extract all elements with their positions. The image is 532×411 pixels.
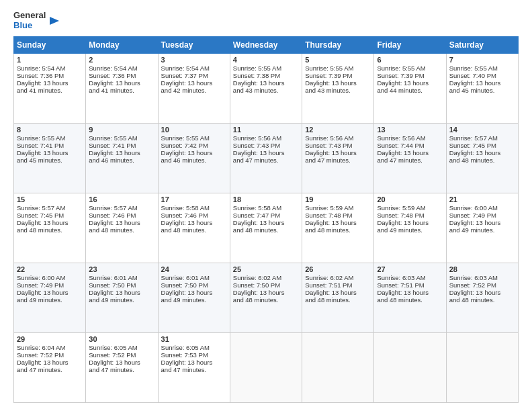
day-25: 25Sunrise: 6:02 AMSunset: 7:50 PMDayligh…: [230, 263, 302, 332]
header-monday: Monday: [86, 36, 158, 53]
day-number: 4: [233, 56, 299, 64]
day-22: 22Sunrise: 6:00 AMSunset: 7:49 PMDayligh…: [14, 263, 86, 332]
sunset-label: Sunset: 7:46 PM: [161, 212, 208, 219]
sunset-label: Sunset: 7:51 PM: [377, 281, 424, 289]
day-number: 10: [161, 126, 227, 134]
svg-marker-0: [50, 17, 59, 25]
sunset-label: Sunset: 7:45 PM: [449, 142, 496, 149]
sunrise-label: Sunrise: 5:55 AM: [305, 64, 353, 72]
day-30: 30Sunrise: 6:05 AMSunset: 7:52 PMDayligh…: [86, 332, 158, 402]
daylight-label: Daylight: 13 hoursand 48 minutes.: [305, 289, 357, 304]
sunrise-label: Sunrise: 5:57 AM: [89, 204, 137, 212]
day-number: 16: [89, 195, 154, 203]
daylight-label: Daylight: 13 hoursand 44 minutes.: [377, 79, 429, 94]
sunrise-label: Sunrise: 5:58 AM: [161, 204, 210, 212]
sunrise-label: Sunrise: 5:57 AM: [449, 134, 498, 142]
day-31: 31Sunrise: 6:05 AMSunset: 7:53 PMDayligh…: [158, 332, 230, 402]
daylight-label: Daylight: 13 hoursand 48 minutes.: [233, 219, 285, 234]
day-number: 13: [377, 126, 443, 134]
sunrise-label: Sunrise: 6:01 AM: [89, 274, 137, 281]
daylight-label: Daylight: 13 hoursand 47 minutes.: [233, 149, 285, 164]
day-number: 3: [161, 56, 227, 64]
day-number: 30: [89, 335, 154, 343]
calendar-header-row: SundayMondayTuesdayWednesdayThursdayFrid…: [14, 36, 519, 53]
sunrise-label: Sunrise: 5:56 AM: [305, 134, 353, 142]
header-saturday: Saturday: [446, 36, 518, 53]
day-number: 8: [17, 126, 83, 134]
sunset-label: Sunset: 7:40 PM: [449, 72, 496, 79]
day-number: 26: [305, 265, 371, 273]
daylight-label: Daylight: 13 hoursand 41 minutes.: [17, 79, 69, 94]
day-number: 20: [377, 195, 443, 203]
day-24: 24Sunrise: 6:01 AMSunset: 7:50 PMDayligh…: [158, 263, 230, 332]
daylight-label: Daylight: 13 hoursand 45 minutes.: [449, 79, 501, 94]
day-16: 16Sunrise: 5:57 AMSunset: 7:46 PMDayligh…: [86, 193, 158, 263]
sunset-label: Sunset: 7:49 PM: [449, 212, 496, 219]
day-7: 7Sunrise: 5:55 AMSunset: 7:40 PMDaylight…: [446, 53, 518, 123]
sunset-label: Sunset: 7:38 PM: [233, 72, 280, 79]
daylight-label: Daylight: 13 hoursand 48 minutes.: [17, 219, 69, 234]
daylight-label: Daylight: 13 hoursand 47 minutes.: [89, 359, 140, 373]
day-number: 31: [161, 335, 227, 343]
page: General Blue SundayMondayTuesdayWednesda…: [0, 0, 532, 411]
calendar-week-4: 22Sunrise: 6:00 AMSunset: 7:49 PMDayligh…: [14, 263, 519, 332]
sunset-label: Sunset: 7:52 PM: [17, 351, 64, 359]
calendar-week-5: 29Sunrise: 6:04 AMSunset: 7:52 PMDayligh…: [14, 332, 519, 402]
sunset-label: Sunset: 7:43 PM: [305, 142, 352, 149]
sunset-label: Sunset: 7:39 PM: [305, 72, 352, 79]
sunrise-label: Sunrise: 6:00 AM: [449, 204, 498, 212]
daylight-label: Daylight: 13 hoursand 46 minutes.: [161, 149, 213, 164]
day-19: 19Sunrise: 5:59 AMSunset: 7:48 PMDayligh…: [302, 193, 374, 263]
header-friday: Friday: [374, 36, 446, 53]
sunrise-label: Sunrise: 5:54 AM: [17, 64, 65, 72]
daylight-label: Daylight: 13 hoursand 49 minutes.: [377, 219, 429, 234]
sunset-label: Sunset: 7:43 PM: [233, 142, 280, 149]
daylight-label: Daylight: 13 hoursand 48 minutes.: [377, 289, 429, 304]
daylight-label: Daylight: 13 hoursand 48 minutes.: [449, 289, 501, 304]
sunset-label: Sunset: 7:46 PM: [89, 212, 136, 219]
sunrise-label: Sunrise: 6:03 AM: [377, 274, 425, 281]
sunset-label: Sunset: 7:48 PM: [377, 212, 424, 219]
sunrise-label: Sunrise: 5:55 AM: [161, 134, 210, 142]
day-number: 17: [161, 195, 227, 203]
daylight-label: Daylight: 13 hoursand 46 minutes.: [89, 149, 140, 164]
logo-arrow-icon: [47, 15, 59, 27]
daylight-label: Daylight: 13 hoursand 48 minutes.: [89, 219, 140, 234]
sunset-label: Sunset: 7:52 PM: [449, 281, 496, 289]
sunset-label: Sunset: 7:52 PM: [89, 351, 136, 359]
sunrise-label: Sunrise: 6:01 AM: [161, 274, 210, 281]
sunrise-label: Sunrise: 5:56 AM: [233, 134, 281, 142]
daylight-label: Daylight: 13 hoursand 48 minutes.: [233, 289, 285, 304]
sunset-label: Sunset: 7:39 PM: [377, 72, 424, 79]
day-23: 23Sunrise: 6:01 AMSunset: 7:50 PMDayligh…: [86, 263, 158, 332]
day-26: 26Sunrise: 6:02 AMSunset: 7:51 PMDayligh…: [302, 263, 374, 332]
calendar-week-1: 1Sunrise: 5:54 AMSunset: 7:36 PMDaylight…: [14, 53, 519, 123]
day-27: 27Sunrise: 6:03 AMSunset: 7:51 PMDayligh…: [374, 263, 446, 332]
daylight-label: Daylight: 13 hoursand 43 minutes.: [233, 79, 285, 94]
sunset-label: Sunset: 7:50 PM: [89, 281, 136, 289]
day-number: 14: [449, 126, 515, 134]
sunrise-label: Sunrise: 6:00 AM: [17, 274, 65, 281]
day-9: 9Sunrise: 5:55 AMSunset: 7:41 PMDaylight…: [86, 123, 158, 193]
sunrise-label: Sunrise: 5:55 AM: [233, 64, 281, 72]
daylight-label: Daylight: 13 hoursand 48 minutes.: [305, 219, 357, 234]
calendar-table: SundayMondayTuesdayWednesdayThursdayFrid…: [13, 36, 519, 403]
daylight-label: Daylight: 13 hoursand 47 minutes.: [161, 359, 213, 373]
sunrise-label: Sunrise: 6:05 AM: [89, 344, 137, 351]
sunset-label: Sunset: 7:50 PM: [161, 281, 208, 289]
daylight-label: Daylight: 13 hoursand 49 minutes.: [17, 289, 69, 304]
day-number: 19: [305, 195, 371, 203]
sunrise-label: Sunrise: 6:02 AM: [305, 274, 353, 281]
sunrise-label: Sunrise: 5:56 AM: [377, 134, 425, 142]
sunrise-label: Sunrise: 6:04 AM: [17, 344, 65, 351]
sunset-label: Sunset: 7:53 PM: [161, 351, 208, 359]
day-number: 5: [305, 56, 371, 64]
day-number: 22: [17, 265, 83, 273]
sunrise-label: Sunrise: 5:59 AM: [305, 204, 353, 212]
sunrise-label: Sunrise: 5:55 AM: [89, 134, 137, 142]
day-number: 9: [89, 126, 154, 134]
sunset-label: Sunset: 7:49 PM: [17, 281, 64, 289]
daylight-label: Daylight: 13 hoursand 43 minutes.: [305, 79, 357, 94]
day-4: 4Sunrise: 5:55 AMSunset: 7:38 PMDaylight…: [230, 53, 302, 123]
sunset-label: Sunset: 7:36 PM: [17, 72, 64, 79]
